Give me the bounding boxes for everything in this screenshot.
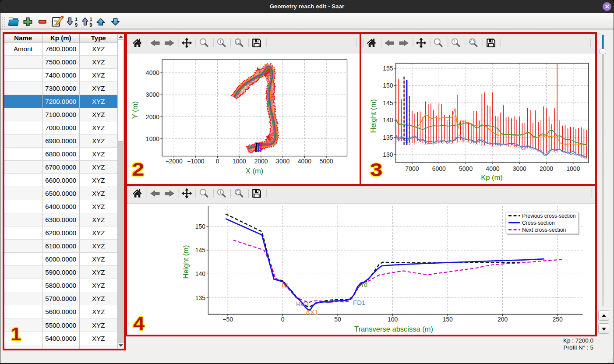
svg-text:9: 9 — [90, 22, 92, 28]
svg-text:1: 1 — [90, 17, 92, 22]
svg-text:9: 9 — [75, 22, 78, 28]
svg-text:1: 1 — [75, 17, 78, 22]
